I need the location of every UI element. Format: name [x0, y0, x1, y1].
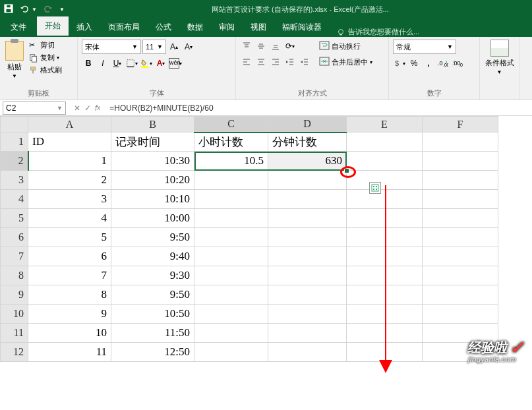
format-painter-button[interactable]: 格式刷 — [28, 65, 63, 76]
align-center-icon[interactable] — [254, 55, 268, 69]
cell[interactable] — [347, 152, 423, 171]
tab-foxit[interactable]: 福昕阅读器 — [274, 18, 330, 37]
cell[interactable] — [268, 324, 347, 343]
tab-data[interactable]: 数据 — [179, 18, 211, 37]
cell[interactable] — [347, 285, 423, 305]
orientation-icon[interactable]: ⟳▾ — [283, 40, 297, 53]
cell[interactable]: 9 — [28, 305, 111, 324]
row-header[interactable]: 11 — [1, 324, 28, 343]
cell[interactable] — [423, 228, 498, 247]
fill-color-button[interactable]: ▾ — [140, 57, 153, 70]
row-header[interactable]: 7 — [1, 247, 28, 266]
undo-dropdown-icon[interactable]: ▼ — [32, 7, 37, 13]
undo-icon[interactable] — [20, 4, 29, 15]
comma-icon[interactable]: , — [422, 57, 435, 70]
cell[interactable] — [423, 266, 498, 285]
cell[interactable]: 3 — [28, 190, 111, 209]
cell[interactable]: 4 — [28, 209, 111, 228]
cell[interactable] — [423, 209, 498, 228]
cell[interactable] — [423, 305, 498, 324]
column-header-F[interactable]: F — [423, 117, 498, 132]
tab-home[interactable]: 开始 — [37, 16, 69, 37]
font-color-button[interactable]: A▾ — [154, 57, 167, 70]
border-button[interactable]: ▾ — [125, 57, 138, 70]
cell[interactable]: 10:10 — [111, 190, 194, 209]
cell[interactable]: 10:20 — [111, 171, 194, 190]
tab-formulas[interactable]: 公式 — [148, 18, 179, 37]
cell[interactable] — [347, 171, 423, 190]
cell[interactable] — [194, 209, 268, 228]
cell[interactable] — [347, 247, 423, 266]
cell[interactable] — [268, 228, 347, 247]
align-middle-icon[interactable] — [254, 40, 268, 53]
cell[interactable] — [423, 171, 498, 190]
name-box[interactable]: C2▼ — [3, 102, 66, 115]
row-header[interactable]: 5 — [1, 209, 28, 228]
font-size-combo[interactable]: 11▼ — [142, 40, 166, 54]
align-top-icon[interactable] — [240, 40, 253, 53]
tab-review[interactable]: 审阅 — [211, 18, 243, 37]
cell[interactable]: 11:50 — [111, 324, 194, 343]
cell[interactable]: 2 — [28, 171, 111, 190]
cell[interactable]: 记录时间 — [111, 132, 194, 152]
cell[interactable] — [423, 132, 498, 152]
row-header[interactable]: 8 — [1, 266, 28, 285]
decrease-font-icon[interactable]: A▾ — [182, 40, 195, 53]
tab-insert[interactable]: 插入 — [69, 18, 100, 37]
row-header-1[interactable]: 1 — [1, 132, 28, 152]
tab-layout[interactable]: 页面布局 — [100, 18, 148, 37]
cell[interactable] — [347, 266, 423, 285]
column-header-C[interactable]: C — [194, 117, 268, 132]
cell[interactable]: 7 — [28, 266, 111, 285]
save-icon[interactable] — [4, 4, 13, 15]
cell[interactable] — [347, 343, 423, 362]
tab-view[interactable]: 视图 — [243, 18, 274, 37]
cell[interactable]: 9:50 — [111, 228, 194, 247]
cell[interactable] — [194, 343, 268, 362]
cell[interactable]: 9:50 — [111, 285, 194, 305]
fx-icon[interactable]: fx — [95, 103, 100, 113]
cell[interactable] — [268, 266, 347, 285]
decrease-indent-icon[interactable] — [283, 55, 297, 69]
cell[interactable] — [268, 190, 347, 209]
cell-C2[interactable]: 10.5 — [194, 152, 268, 171]
row-header[interactable]: 6 — [1, 228, 28, 247]
percent-icon[interactable]: % — [407, 57, 421, 70]
cut-button[interactable]: ✂剪切 — [28, 40, 63, 51]
cell[interactable] — [194, 324, 268, 343]
cell[interactable] — [268, 305, 347, 324]
row-header[interactable]: 9 — [1, 285, 28, 305]
cell[interactable]: 10 — [28, 324, 111, 343]
cell[interactable] — [194, 171, 268, 190]
cell[interactable]: 1 — [28, 152, 111, 171]
cell[interactable] — [347, 305, 423, 324]
wrap-text-button[interactable]: 自动换行 — [316, 40, 375, 53]
underline-button[interactable]: U▾ — [111, 57, 124, 70]
align-left-icon[interactable] — [240, 55, 253, 69]
column-header-A[interactable]: A — [28, 117, 111, 132]
tell-me-search[interactable]: 告诉我您想要做什么... — [336, 27, 419, 37]
fill-handle[interactable] — [344, 168, 349, 173]
align-bottom-icon[interactable] — [269, 40, 282, 53]
cell[interactable]: ID — [28, 132, 111, 152]
enter-formula-icon[interactable]: ✓ — [84, 103, 91, 113]
increase-indent-icon[interactable] — [298, 55, 311, 69]
cell[interactable]: 9:30 — [111, 266, 194, 285]
cell[interactable]: 10:30 — [111, 152, 194, 171]
row-header[interactable]: 3 — [1, 171, 28, 190]
formula-bar[interactable]: =HOUR(B2)+MINUTE(B2)/60 — [105, 103, 532, 113]
cell[interactable] — [347, 190, 423, 209]
cell[interactable] — [347, 132, 423, 152]
cell[interactable]: 6 — [28, 247, 111, 266]
cell[interactable] — [423, 285, 498, 305]
italic-button[interactable]: I — [96, 57, 109, 70]
qat-customize-icon[interactable]: ▼ — [59, 7, 65, 13]
copy-button[interactable]: 复制▾ — [28, 52, 63, 63]
number-format-combo[interactable]: 常规▼ — [393, 40, 456, 54]
cell[interactable] — [194, 247, 268, 266]
cell[interactable]: 9:40 — [111, 247, 194, 266]
currency-icon[interactable]: $▾ — [393, 57, 406, 70]
autofill-options-icon[interactable] — [369, 182, 381, 194]
cell[interactable]: 10:50 — [111, 305, 194, 324]
cell[interactable] — [194, 228, 268, 247]
